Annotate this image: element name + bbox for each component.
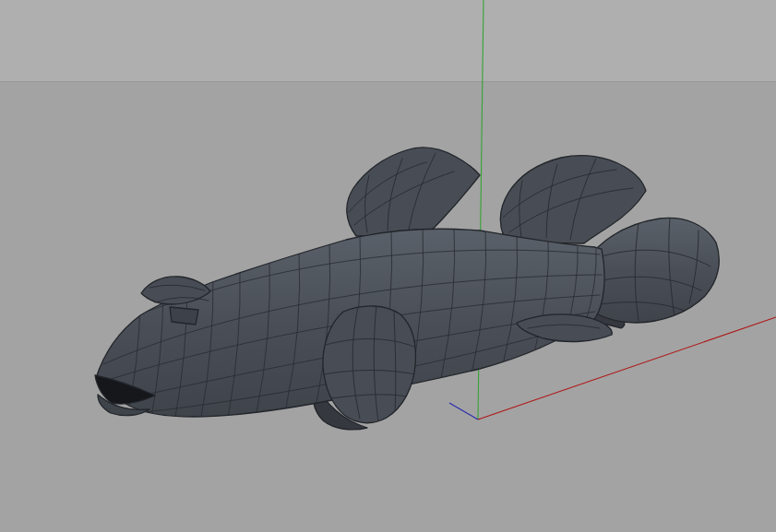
viewport-background-top-band bbox=[0, 0, 776, 81]
viewport[interactable] bbox=[0, 0, 776, 532]
viewport-canvas[interactable] bbox=[0, 0, 776, 532]
eye bbox=[170, 307, 198, 325]
